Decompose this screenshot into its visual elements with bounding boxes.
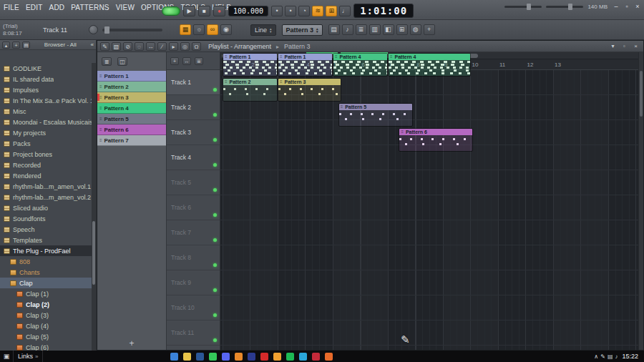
browser-item[interactable]: Soundfonts bbox=[0, 213, 92, 224]
gear-icon[interactable]: ☼ bbox=[193, 24, 205, 35]
link-icon[interactable]: ∞ bbox=[207, 24, 218, 35]
channel-rack-icon[interactable]: ≣ bbox=[356, 24, 367, 35]
browser-item[interactable]: Clap bbox=[0, 278, 92, 288]
links-toolbar[interactable]: Links bbox=[13, 351, 43, 362]
tray-expand-icon[interactable]: ∧ bbox=[594, 352, 598, 361]
browser-item[interactable]: Clap (4) bbox=[0, 321, 92, 331]
pattern-row[interactable]: ≡Pattern 5 bbox=[97, 114, 166, 124]
track-led[interactable] bbox=[213, 313, 217, 317]
record-button[interactable]: ● bbox=[213, 6, 225, 16]
tray-network-icon[interactable]: ▤ bbox=[608, 352, 613, 361]
collapse-all-icon[interactable]: ▴ bbox=[2, 41, 10, 49]
taskbar-app-icon-10[interactable] bbox=[286, 353, 294, 361]
browser-item[interactable]: Project bones bbox=[0, 149, 92, 160]
countdown-icon[interactable]: ≋ bbox=[312, 6, 323, 16]
mixer-grid-icon[interactable]: ▦ bbox=[180, 24, 191, 35]
browser-item[interactable]: GODLIKE bbox=[0, 63, 92, 74]
taskbar-app-icon-1[interactable] bbox=[170, 353, 178, 361]
menu-edit[interactable]: EDIT bbox=[26, 4, 43, 11]
browser-item[interactable]: Misc bbox=[0, 106, 92, 117]
play-button[interactable]: ▶ bbox=[183, 6, 195, 16]
pattern-clip[interactable]: Pattern 2 bbox=[223, 78, 278, 102]
track-header[interactable]: Track 7 bbox=[167, 220, 220, 245]
browser-item[interactable]: Speech bbox=[0, 224, 92, 235]
track-led[interactable] bbox=[213, 288, 217, 292]
performance-mode-icon[interactable]: ≣ bbox=[195, 57, 203, 65]
shuffle-slider[interactable] bbox=[102, 29, 162, 31]
taskbar-app-icon-13[interactable] bbox=[325, 353, 333, 361]
taskbar-app-icon-4[interactable] bbox=[209, 353, 217, 361]
track-header[interactable]: Track 9 bbox=[167, 270, 220, 295]
browser-item[interactable]: 808 bbox=[0, 256, 92, 267]
browser-item[interactable]: Clap (2) bbox=[0, 299, 92, 310]
browser-item[interactable]: Rendered bbox=[0, 170, 92, 181]
paint-tool-icon[interactable]: ▧ bbox=[112, 42, 121, 51]
maximize-icon[interactable]: ▫ bbox=[623, 3, 631, 11]
track-led[interactable] bbox=[213, 238, 217, 242]
track-led[interactable] bbox=[213, 263, 217, 267]
detach-icon[interactable]: ▾ bbox=[608, 42, 618, 51]
track-header[interactable]: Track 6 bbox=[167, 195, 220, 220]
browser-collapse-icon[interactable]: « bbox=[91, 41, 94, 48]
blend-record-icon[interactable]: ⊞ bbox=[326, 6, 337, 16]
song-mode-button[interactable]: • bbox=[285, 6, 296, 16]
browser-toggle-icon[interactable]: ◧ bbox=[383, 24, 394, 35]
menu-patterns[interactable]: PATTERNS bbox=[71, 4, 109, 11]
tray-pen-icon[interactable]: ✎ bbox=[600, 352, 605, 361]
project-info-icon[interactable]: ◍ bbox=[410, 24, 421, 35]
browser-item[interactable]: Clap (3) bbox=[0, 310, 92, 321]
pattern-clip[interactable]: Pattern 4 bbox=[388, 53, 471, 77]
playlist-icon[interactable]: ▤ bbox=[328, 24, 340, 35]
tray-volume-icon[interactable]: ♪ bbox=[615, 352, 618, 361]
track-led[interactable] bbox=[213, 88, 217, 92]
browser-item[interactable]: Chants bbox=[0, 267, 92, 278]
playlist-breadcrumb[interactable]: Pattern 3 bbox=[284, 43, 311, 50]
browser-item[interactable]: In The Mix Sa..e Pack Vol. 1 bbox=[0, 95, 92, 106]
pattern-row[interactable]: ≡Pattern 6 bbox=[97, 124, 166, 135]
pattern-spinner-icon[interactable] bbox=[316, 27, 318, 33]
track-header[interactable]: Track 8 bbox=[167, 245, 220, 270]
pattern-clip[interactable]: Pattern 5 bbox=[338, 103, 413, 127]
browser-item[interactable]: Sliced audio bbox=[0, 202, 92, 213]
taskbar-app-icon-12[interactable] bbox=[312, 353, 320, 361]
taskbar-clock[interactable]: 15:22 bbox=[622, 353, 638, 360]
browser-scroll-thumb[interactable] bbox=[92, 221, 95, 284]
track-header[interactable]: Track 2 bbox=[167, 95, 220, 120]
track-led[interactable] bbox=[213, 213, 217, 217]
pattern-clip[interactable]: Pattern 1 bbox=[223, 53, 278, 77]
slice-tool-icon[interactable]: ∕ bbox=[157, 42, 167, 51]
pattern-row[interactable]: ≡Pattern 3 bbox=[97, 92, 166, 103]
track-header[interactable]: Track 11 bbox=[167, 321, 220, 346]
pattern-row[interactable]: ≡Pattern 4 bbox=[97, 103, 166, 114]
menu-file[interactable]: FILE bbox=[4, 4, 19, 11]
track-header[interactable]: Track 10 bbox=[167, 295, 220, 321]
browser-item[interactable]: Clap (6) bbox=[0, 342, 92, 351]
tempo-display[interactable]: 100.000 bbox=[228, 6, 268, 16]
browser-item[interactable]: Recorded bbox=[0, 160, 92, 170]
pattern-split-icon[interactable]: ◫ bbox=[117, 57, 127, 66]
pattern-row[interactable]: ≡Pattern 2 bbox=[97, 82, 166, 92]
taskbar-app-icon-7[interactable] bbox=[248, 353, 255, 361]
pattern-clip[interactable]: Pattern 4 bbox=[333, 53, 388, 77]
snap-magnet-icon[interactable]: Ω bbox=[192, 42, 201, 51]
metronome-icon[interactable]: ◔ bbox=[298, 6, 310, 16]
master-volume-slider[interactable] bbox=[504, 6, 542, 8]
browser-item[interactable]: Impulses bbox=[0, 84, 92, 95]
browser-item[interactable]: Templates bbox=[0, 235, 92, 245]
vertical-scrollbar[interactable] bbox=[638, 52, 643, 350]
pattern-clip[interactable]: Pattern 3 bbox=[278, 78, 341, 102]
mic-icon[interactable]: ◉ bbox=[220, 24, 232, 35]
browser-item[interactable]: Packs bbox=[0, 138, 92, 149]
browser-item[interactable]: The Plug - ProdFael bbox=[0, 245, 92, 256]
browser-item[interactable]: IL shared data bbox=[0, 74, 92, 84]
taskbar-app-icon-3[interactable] bbox=[196, 353, 204, 361]
menu-add[interactable]: ADD bbox=[49, 4, 65, 11]
track-led[interactable] bbox=[213, 163, 217, 167]
plugin-picker-icon[interactable]: ⊞ bbox=[396, 24, 408, 35]
vertical-scroll-thumb[interactable] bbox=[640, 71, 643, 117]
close-icon[interactable]: × bbox=[633, 3, 642, 11]
taskbar-app-icon-9[interactable] bbox=[273, 353, 281, 361]
master-pitch-slider[interactable] bbox=[546, 6, 583, 8]
taskbar-app-icon-5[interactable] bbox=[222, 353, 230, 361]
draw-tool-icon[interactable]: ✎ bbox=[100, 42, 109, 51]
